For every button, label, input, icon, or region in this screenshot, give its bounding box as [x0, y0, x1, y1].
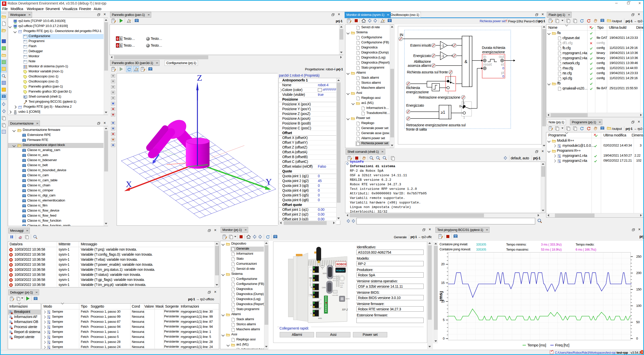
svg-text:Energizzato: Energizzato [406, 103, 424, 107]
svg-text:MODE: MODE [340, 282, 344, 284]
svg-text:15: 15 [441, 281, 445, 285]
svg-text:Richiesta: Richiesta [406, 86, 420, 90]
svg-text:1: 1 [447, 91, 449, 94]
svg-text:IN: IN [400, 33, 403, 37]
svg-text:5: 5 [311, 313, 312, 314]
svg-text:&: & [465, 59, 468, 64]
svg-text:≥1: ≥1 [441, 110, 445, 114]
svg-text:Y: Y [266, 177, 272, 186]
svg-text:Retroazione energizzazione: Retroazione energizzazione [419, 95, 460, 99]
svg-text:pt: pt [501, 70, 504, 75]
svg-text:3A: 3A [311, 286, 313, 288]
svg-text:-1: -1 [441, 44, 444, 47]
svg-text:-1: -1 [441, 54, 444, 58]
svg-text:WAN: WAN [318, 317, 322, 319]
svg-text:[ms]: [ms] [440, 291, 443, 301]
svg-text:Z: Z [197, 73, 202, 82]
svg-text:RP-2: RP-2 [342, 308, 348, 311]
svg-text:fronte di salita: fronte di salita [406, 127, 427, 131]
svg-text:Freq [hz]: Freq [hz] [555, 343, 569, 347]
svg-text:X: X [126, 180, 132, 189]
svg-text:0: 0 [443, 337, 445, 340]
svg-text:CAN: CAN [322, 287, 326, 288]
svg-text:Durata richiesta: Durata richiesta [482, 46, 505, 50]
svg-text:reset: reset [483, 62, 492, 67]
svg-text:ETH: ETH [309, 277, 312, 279]
svg-text:SER1: SER1 [323, 273, 327, 274]
svg-text:AUX: AUX [340, 284, 343, 286]
svg-text:et: et [501, 62, 504, 67]
svg-text:energizzazione: energizzazione [406, 90, 429, 94]
svg-text:150: 150 [636, 287, 641, 291]
svg-text:WD: WD [317, 300, 320, 302]
svg-text:Esterni irrisolti: Esterni irrisolti [410, 43, 431, 47]
svg-text:0: 0 [636, 337, 638, 340]
svg-text:0: 0 [463, 102, 465, 105]
svg-text:Tempo [ms]: Tempo [ms] [527, 343, 546, 347]
svg-text:1: 1 [463, 116, 465, 119]
svg-text:ADIO - 0: ADIO - 0 [333, 276, 338, 277]
svg-text:FB-3 - 3: FB-3 - 3 [333, 280, 338, 281]
svg-text:4: 4 [311, 304, 312, 306]
svg-text:SER3: SER3 [346, 298, 350, 300]
svg-text:250: 250 [636, 255, 641, 258]
svg-text:microSD: microSD [332, 294, 338, 296]
svg-text:Retroazione energizzazione ass: Retroazione energizzazione assunta sul [406, 123, 466, 127]
svg-text:0: 0 [447, 76, 449, 80]
svg-text:100: 100 [636, 304, 641, 308]
svg-text:in: in [483, 54, 486, 59]
svg-text:5: 5 [443, 318, 445, 322]
svg-text:assenza allarmi: assenza allarmi [408, 64, 431, 68]
svg-text:CAN - 0: CAN - 0 [333, 278, 338, 279]
svg-text:ROBOX: ROBOX [336, 269, 345, 272]
svg-text:out: out [499, 54, 504, 59]
svg-text:SBA: SBA [340, 286, 343, 288]
svg-text:0: 0 [502, 66, 504, 70]
svg-text:Abilitazione: Abilitazione [414, 60, 431, 64]
svg-text:LAN: LAN [309, 294, 312, 295]
svg-text:Richiesta assunta sul fronte: Richiesta assunta sul fronte [407, 70, 448, 74]
svg-text:0: 0 [459, 104, 461, 108]
svg-text:24VDC: 24VDC [316, 308, 321, 310]
svg-text:energizzazione: energizzazione [482, 50, 505, 54]
svg-text:ROBOX: ROBOX [337, 263, 347, 266]
svg-text:1: 1 [311, 269, 312, 271]
svg-text:Energizzato: Energizzato [413, 54, 431, 58]
svg-text:200: 200 [636, 271, 641, 275]
svg-text:50: 50 [636, 320, 640, 324]
svg-text:20: 20 [441, 262, 445, 266]
svg-text:0: 0 [502, 74, 504, 78]
